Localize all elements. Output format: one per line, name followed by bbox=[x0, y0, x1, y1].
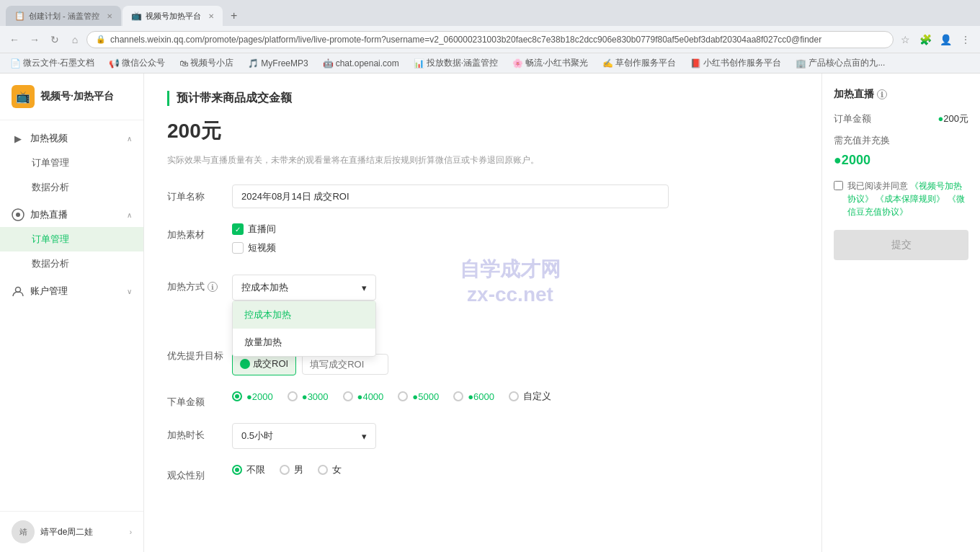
bookmark-mp3[interactable]: 🎵 MyFreeMP3 bbox=[244, 57, 312, 70]
amount-custom-radio-dot[interactable] bbox=[509, 391, 519, 401]
tab1-close[interactable]: ✕ bbox=[107, 12, 112, 20]
amount-2000-radio-dot[interactable] bbox=[232, 391, 242, 401]
tab-1[interactable]: 📋 创建计划 - 涵盖管控 ✕ bbox=[6, 6, 121, 26]
amount-3000-label: ●3000 bbox=[302, 391, 329, 402]
sidebar-item-live-analytics[interactable]: 数据分析 bbox=[0, 251, 143, 276]
bookmark-button[interactable]: ☆ bbox=[896, 31, 914, 48]
amount-4000-label: ●4000 bbox=[357, 391, 384, 402]
user-chevron[interactable]: › bbox=[130, 528, 132, 536]
form-row-order-name: 订单名称 bbox=[167, 184, 669, 208]
nav-actions: ☆ 🧩 👤 ⋮ bbox=[896, 31, 974, 48]
amount-option-custom[interactable]: 自定义 bbox=[509, 390, 551, 403]
boost-live-label: 加热直播 bbox=[30, 208, 68, 221]
amount-2000-label: ●2000 bbox=[246, 391, 273, 402]
amount-6000-radio-dot[interactable] bbox=[453, 391, 463, 401]
amount-radio-group: ●2000 ●3000 ●4000 ●5000 bbox=[232, 390, 669, 403]
gender-radio-group: 不限 男 女 bbox=[232, 463, 669, 476]
roi-tag-label: 成交ROI bbox=[253, 357, 288, 370]
menu-button[interactable]: ⋮ bbox=[957, 31, 974, 48]
amount-4000-radio-dot[interactable] bbox=[343, 391, 353, 401]
sidebar-item-video-analytics[interactable]: 数据分析 bbox=[0, 175, 143, 200]
tab2-close[interactable]: ✕ bbox=[208, 12, 214, 20]
bookmark-wxgzh-icon: 📢 bbox=[109, 58, 120, 68]
panel-charge-label: 需充值并充换 bbox=[834, 134, 968, 147]
boost-method-trigger[interactable]: 控成本加热 ▾ bbox=[232, 275, 376, 301]
home-button[interactable]: ⌂ bbox=[66, 31, 84, 48]
boost-method-option-max-delivery[interactable]: 放量加热 bbox=[233, 329, 375, 356]
user-name: 靖平de周二娃 bbox=[40, 526, 93, 538]
panel-info-icon[interactable]: ℹ bbox=[877, 89, 887, 99]
submit-button[interactable]: 提交 bbox=[834, 230, 968, 260]
bookmark-mp3-icon: 🎵 bbox=[248, 58, 259, 68]
back-button[interactable]: ← bbox=[6, 31, 23, 48]
page-title: 预计带来商品成交金额 bbox=[167, 91, 669, 106]
bookmark-shipinhao[interactable]: 🛍 视频号小店 bbox=[175, 55, 238, 71]
gender-all-radio-dot[interactable] bbox=[232, 465, 242, 475]
address-bar[interactable]: 🔒 channels.weixin.qq.com/promote/pages/p… bbox=[86, 31, 894, 48]
duration-value: 0.5小时 bbox=[241, 429, 273, 442]
bookmark-data[interactable]: 📊 投放数据·涵盖管控 bbox=[409, 55, 502, 71]
material-option-short-video[interactable]: 短视频 bbox=[232, 241, 669, 254]
forward-button[interactable]: → bbox=[26, 31, 43, 48]
gender-option-all[interactable]: 不限 bbox=[232, 463, 265, 476]
material-option-live[interactable]: ✓ 直播间 bbox=[232, 223, 669, 236]
gender-female-radio-dot[interactable] bbox=[318, 465, 328, 475]
gender-option-male[interactable]: 男 bbox=[280, 463, 303, 476]
amount-option-4000[interactable]: ●4000 bbox=[343, 391, 384, 402]
sidebar-group-boost-live-header[interactable]: 加热直播 ∧ bbox=[0, 202, 143, 227]
panel-order-amount-value: ●200元 bbox=[937, 112, 968, 125]
refresh-button[interactable]: ↻ bbox=[46, 31, 63, 48]
logo-text: 视频号·加热平台 bbox=[40, 90, 114, 103]
material-shortvideo-checkbox[interactable] bbox=[232, 242, 244, 254]
sidebar-group-boost-video-header[interactable]: ▶ 加热视频 ∧ bbox=[0, 126, 143, 151]
amount-option-2000[interactable]: ●2000 bbox=[232, 391, 273, 402]
roi-input[interactable] bbox=[302, 354, 388, 375]
tab-2[interactable]: 📺 视频号加热平台 ✕ bbox=[122, 6, 223, 26]
bookmark-openai[interactable]: 🤖 chat.openai.com bbox=[318, 57, 404, 70]
material-live-checkbox[interactable]: ✓ bbox=[232, 223, 244, 235]
extensions-button[interactable]: 🧩 bbox=[917, 31, 934, 48]
boost-method-label: 加热方式 ℹ bbox=[167, 275, 232, 293]
amount-option-6000[interactable]: ●6000 bbox=[453, 391, 494, 402]
tab2-label: 视频号加热平台 bbox=[146, 11, 201, 22]
bookmark-xiaohongshu[interactable]: 📕 小红书创作服务平台 bbox=[686, 55, 785, 71]
new-tab-button[interactable]: + bbox=[224, 6, 244, 26]
sidebar-group-account-left: 账户管理 bbox=[12, 285, 68, 298]
sidebar-group-boost-video: ▶ 加热视频 ∧ 订单管理 数据分析 bbox=[0, 126, 143, 200]
amount-option-5000[interactable]: ●5000 bbox=[398, 391, 439, 402]
amount-5000-radio-dot[interactable] bbox=[398, 391, 408, 401]
tab-bar: 📋 创建计划 - 涵盖管控 ✕ 📺 视频号加热平台 ✕ + bbox=[0, 0, 980, 26]
bookmark-product[interactable]: 🏢 产品核心点亩的九... bbox=[791, 55, 889, 71]
sidebar-item-live-orders[interactable]: 订单管理 bbox=[0, 227, 143, 251]
agreement-checkbox[interactable] bbox=[834, 181, 843, 190]
duration-control: 0.5小时 ▾ bbox=[232, 423, 669, 449]
boost-method-info-icon[interactable]: ℹ bbox=[208, 282, 218, 292]
duration-select[interactable]: 0.5小时 ▾ bbox=[232, 423, 376, 449]
bookmark-flow[interactable]: 🌸 畅流·小红书聚光 bbox=[508, 55, 592, 71]
amount-3000-radio-dot[interactable] bbox=[288, 391, 298, 401]
bookmark-flow-icon: 🌸 bbox=[512, 58, 523, 68]
order-name-input[interactable] bbox=[232, 184, 669, 208]
sidebar-group-account-header[interactable]: 账户管理 ∨ bbox=[0, 279, 143, 303]
svg-point-3 bbox=[16, 213, 20, 217]
form-row-amount: 下单金额 ●2000 ●3000 ●4000 bbox=[167, 390, 669, 409]
boost-method-option-cost-control[interactable]: 控成本加热 bbox=[233, 301, 375, 329]
bookmark-chuangzuo[interactable]: ✍ 草创作服务平台 bbox=[598, 55, 680, 71]
gender-male-radio-dot[interactable] bbox=[280, 465, 290, 475]
form-row-boost-method: 加热方式 ℹ 控成本加热 ▾ 控成本加热 放量加热 bbox=[167, 275, 669, 301]
material-control: ✓ 直播间 短视频 bbox=[232, 223, 669, 260]
bookmark-weiyun[interactable]: 📄 微云文件·石墨文档 bbox=[6, 55, 99, 71]
profile-button[interactable]: 👤 bbox=[937, 31, 954, 48]
sidebar-item-video-orders[interactable]: 订单管理 bbox=[0, 151, 143, 175]
agreement-link-2[interactable]: 《成本保障规则》 bbox=[876, 194, 945, 204]
bookmark-shipinhao-icon: 🛍 bbox=[179, 58, 188, 68]
sidebar-section: ▶ 加热视频 ∧ 订单管理 数据分析 bbox=[0, 120, 143, 312]
gender-option-female[interactable]: 女 bbox=[318, 463, 342, 476]
material-live-label: 直播间 bbox=[248, 223, 276, 236]
sidebar-footer: 靖 靖平de周二娃 › bbox=[0, 511, 143, 552]
amount-custom-label: 自定义 bbox=[523, 390, 551, 403]
logo-icon: 📺 bbox=[12, 85, 35, 108]
amount-option-3000[interactable]: ●3000 bbox=[288, 391, 329, 402]
bookmark-openai-icon: 🤖 bbox=[323, 58, 334, 68]
bookmark-wxgzh[interactable]: 📢 微信公众号 bbox=[104, 55, 169, 71]
